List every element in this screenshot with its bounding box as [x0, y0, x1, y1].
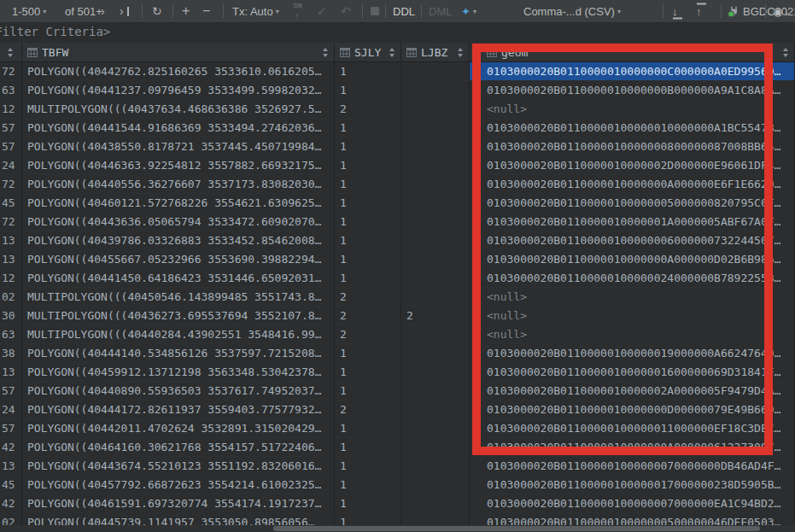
geom-cell[interactable]: 0103000020B0110000010000001600000069D318… [470, 363, 795, 381]
geom-cell[interactable]: 0103000020B0110000010000002D000000E96061… [470, 156, 795, 174]
next-page-icon[interactable]: › [101, 4, 105, 18]
horizontal-scrollbar-thumb[interactable] [273, 526, 760, 531]
import-data-icon[interactable]: ↓ [672, 5, 683, 18]
ljbz-cell[interactable] [401, 400, 470, 418]
sjly-cell[interactable]: 2 [335, 400, 401, 418]
sjly-cell[interactable]: 1 [335, 62, 401, 80]
tbfw-cell[interactable]: POLYGON((40438550.8178721 3537445.450719… [22, 137, 335, 155]
view-options-icon[interactable]: ◉ ▾ [773, 5, 788, 18]
geom-cell[interactable]: 0103000020B01100000100000007000000EA1C94… [470, 494, 795, 512]
export-data-icon[interactable]: ↑ [696, 5, 707, 18]
geom-cell[interactable]: <null> [470, 288, 795, 306]
sjly-cell[interactable]: 1 [335, 250, 401, 268]
tbfw-cell[interactable]: POLYGON((40442762.825160265 3533610.0616… [22, 62, 335, 80]
geom-cell[interactable]: 0103000020B0110000010000001A0000005ABF67… [470, 213, 795, 231]
ljbz-cell[interactable] [401, 438, 470, 456]
tbfw-cell[interactable]: POLYGON((40443674.55210123 3551192.83206… [22, 457, 335, 475]
tbfw-cell[interactable]: POLYGON((40444140.534856126 3537597.7215… [22, 344, 335, 362]
geom-cell[interactable]: 0103000020B01100000100000024000000B78922… [470, 269, 795, 287]
row-number-cell[interactable]: 12 [0, 269, 22, 287]
row-number-cell[interactable]: 24 [0, 400, 22, 418]
row-number-cell[interactable]: 72 [0, 62, 22, 80]
rollback-icon[interactable]: ↶ [341, 4, 351, 18]
sjly-cell[interactable]: 1 [335, 194, 401, 212]
export-format-dropdown[interactable]: Comma-...d (CSV) ▾ [523, 5, 621, 18]
header-geom[interactable]: geom [470, 43, 795, 61]
tx-mode-dropdown[interactable]: Tx: Auto ▾ [232, 5, 279, 18]
ljbz-cell[interactable] [401, 119, 470, 137]
row-number-cell[interactable]: 45 [0, 476, 22, 494]
sjly-cell[interactable]: 2 [335, 307, 401, 324]
tbfw-cell[interactable]: POLYGON((40443636.05065794 3533472.60902… [22, 213, 335, 231]
ljbz-cell[interactable] [401, 100, 470, 118]
geom-cell[interactable]: 0103000020B0110000010000000A000000E6F1E6… [470, 175, 795, 193]
refresh-icon[interactable]: ↻ [152, 4, 162, 18]
ljbz-cell[interactable] [401, 344, 470, 362]
ljbz-cell[interactable] [401, 288, 470, 306]
geom-cell[interactable]: 0103000020B0110000010000000B000000A9A1C8… [470, 81, 795, 99]
geom-cell[interactable]: 0103000020B011000001000000070000000DB46A… [470, 457, 795, 475]
tbfw-cell[interactable]: POLYGON((40460121.572768226 3554621.6309… [22, 194, 335, 212]
sjly-cell[interactable]: 2 [335, 100, 401, 118]
geom-cell[interactable]: 0103000020B0110000010000000D00000079E49B… [470, 400, 795, 418]
ljbz-cell[interactable] [401, 476, 470, 494]
ai-sparkle-icon[interactable]: ✦ ▾ [461, 5, 476, 18]
row-number-cell[interactable]: 24 [0, 156, 22, 174]
add-row-icon[interactable]: + [182, 3, 190, 19]
ljbz-cell[interactable] [401, 156, 470, 174]
geom-cell[interactable]: 0103000020B01100000100000005000000820795… [470, 194, 795, 212]
row-number-cell[interactable]: 13 [0, 250, 22, 268]
sjly-cell[interactable]: 1 [335, 494, 401, 512]
tbfw-cell[interactable]: MULTIPOLYGON(((40440284.43902551 3548416… [22, 325, 335, 343]
ljbz-cell[interactable] [401, 137, 470, 155]
ljbz-cell[interactable] [401, 382, 470, 400]
tbfw-cell[interactable]: POLYGON((40461591.697320774 3554174.1917… [22, 494, 335, 512]
tbfw-cell[interactable]: POLYGON((40439786.03326883 3533452.85462… [22, 231, 335, 249]
sjly-cell[interactable]: 1 [335, 382, 401, 400]
geom-cell[interactable]: 0103000020B0110000010000000800000087008B… [470, 137, 795, 155]
row-number-cell[interactable]: 45 [0, 194, 22, 212]
row-number-cell[interactable]: 57 [0, 119, 22, 137]
tbfw-cell[interactable]: MULTIPOLYGON(((40436273.695537694 355210… [22, 307, 335, 324]
geom-cell[interactable]: 0103000020B01100000100000010000000A1BC55… [470, 119, 795, 137]
row-number-cell[interactable]: 12 [0, 100, 22, 118]
commit-check-icon[interactable]: ✓ [317, 4, 327, 18]
ljbz-cell[interactable] [401, 363, 470, 381]
ljbz-cell[interactable] [401, 81, 470, 99]
tbfw-cell[interactable]: POLYGON((40442011.4702624 3532891.315020… [22, 419, 335, 437]
row-number-cell[interactable]: 42 [0, 494, 22, 512]
ljbz-cell[interactable] [401, 494, 470, 512]
tbfw-cell[interactable]: POLYGON((40441237.09796459 3533499.59982… [22, 81, 335, 99]
ljbz-cell[interactable] [401, 325, 470, 343]
delete-row-icon[interactable]: − [202, 3, 210, 19]
sjly-cell[interactable]: 1 [335, 231, 401, 249]
row-number-cell[interactable]: 57 [0, 419, 22, 437]
tbfw-cell[interactable]: POLYGON((40459912.13712198 3563348.53042… [22, 363, 335, 381]
header-row-number[interactable] [0, 43, 22, 61]
geom-cell[interactable]: 0103000020B0110000010000002A0000005F9479… [470, 382, 795, 400]
ljbz-cell[interactable] [401, 269, 470, 287]
row-number-cell[interactable]: 72 [0, 213, 22, 231]
row-number-cell[interactable]: 02 [0, 288, 22, 306]
sjly-cell[interactable]: 1 [335, 81, 401, 99]
tbfw-cell[interactable]: POLYGON((40444172.82611937 3559403.77577… [22, 400, 335, 418]
tbfw-cell[interactable]: POLYGON((40440556.36276607 3537173.83082… [22, 175, 335, 193]
header-tbfw[interactable]: TBFW [22, 43, 335, 61]
row-number-cell[interactable]: 13 [0, 363, 22, 381]
sjly-cell[interactable]: 1 [335, 119, 401, 137]
geom-cell[interactable]: 0103000020B01100000100000019000000A66247… [470, 344, 795, 362]
sjly-cell[interactable]: 1 [335, 175, 401, 193]
row-number-cell[interactable]: 72 [0, 175, 22, 193]
sjly-cell[interactable]: 1 [335, 213, 401, 231]
ddl-button[interactable]: DDL [393, 5, 415, 18]
row-number-cell[interactable]: 13 [0, 231, 22, 249]
geom-cell[interactable]: 0103000020B01100000100000017000000238D59… [470, 476, 795, 494]
row-number-cell[interactable]: 57 [0, 382, 22, 400]
header-sjly[interactable]: SJLY [335, 43, 401, 61]
tbfw-cell[interactable]: POLYGON((40441544.91686369 3533494.27462… [22, 119, 335, 137]
ljbz-cell[interactable] [401, 250, 470, 268]
stop-icon[interactable] [371, 7, 379, 15]
tbfw-cell[interactable]: MULTIPOLYGON(((40450546.143899485 355174… [22, 288, 335, 306]
geom-cell[interactable]: <null> [470, 100, 795, 118]
ljbz-cell[interactable] [401, 419, 470, 437]
